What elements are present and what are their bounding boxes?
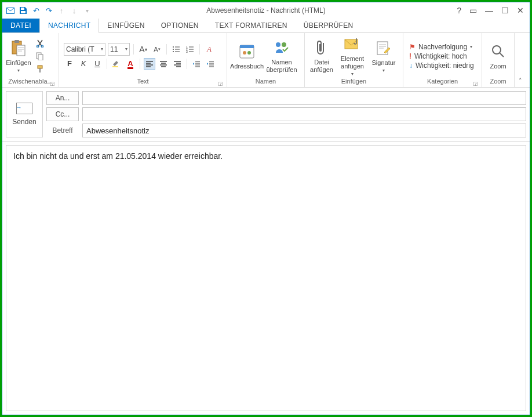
- signature-icon: [374, 39, 393, 57]
- importance-high-icon: !: [409, 52, 411, 60]
- cc-row: Cc...: [46, 107, 526, 121]
- maximize-icon[interactable]: ☐: [501, 6, 509, 15]
- addressbook-button[interactable]: Adressbuch: [229, 35, 264, 77]
- title-bar: ↶ ↷ ↑ ↓ ▾ Abwesenheitsnotiz - Nachricht …: [2, 2, 530, 19]
- underline-button[interactable]: U: [92, 58, 103, 70]
- clipboard-dialog-icon[interactable]: ◲: [50, 81, 55, 86]
- window-controls: ? ▭ — ☐ ✕: [451, 6, 530, 15]
- group-include: Datei anfügen Element anfügen ▾ Signatur…: [305, 33, 403, 87]
- cc-input[interactable]: [82, 107, 526, 121]
- addressbook-icon: [238, 42, 256, 61]
- group-tags-label: Kategorien: [427, 78, 458, 85]
- chevron-down-icon: ▾: [351, 71, 354, 77]
- high-importance-button[interactable]: ! Wichtigkeit: hoch: [409, 52, 474, 60]
- font-size-combo[interactable]: 11▾: [108, 43, 130, 56]
- to-input[interactable]: [82, 91, 526, 105]
- tab-insert[interactable]: EINFÜGEN: [99, 19, 152, 32]
- checknames-button[interactable]: Namen überprüfen: [264, 35, 299, 77]
- flag-icon: ⚑: [409, 43, 416, 51]
- envelope-icon[interactable]: [6, 6, 15, 15]
- tab-options[interactable]: OPTIONEN: [153, 19, 207, 32]
- paste-icon: [9, 39, 28, 57]
- followup-button[interactable]: ⚑ Nachverfolgung ▾: [409, 43, 474, 51]
- font-color-icon[interactable]: A: [125, 58, 136, 70]
- help-icon[interactable]: ?: [457, 6, 461, 15]
- font-family-combo[interactable]: Calibri (T▾: [64, 43, 105, 56]
- ribbon: Einfügen ▾ Zwischenabla...◲: [2, 33, 530, 88]
- group-names-label: Namen: [256, 78, 276, 85]
- tab-message[interactable]: NACHRICHT: [39, 18, 99, 33]
- group-text-label: Text: [137, 78, 148, 85]
- minimize-icon[interactable]: —: [485, 6, 493, 15]
- highlight-icon[interactable]: [111, 58, 122, 70]
- undo-icon[interactable]: ↶: [31, 6, 41, 15]
- subject-label: Betreff: [46, 126, 79, 135]
- svg-rect-10: [38, 66, 42, 68]
- numbering-icon[interactable]: 123: [184, 43, 196, 55]
- send-button[interactable]: Senden: [6, 91, 43, 137]
- message-body[interactable]: Ich bin nicht da und erst am 21.05.2014 …: [6, 145, 526, 411]
- align-left-icon[interactable]: [144, 58, 155, 70]
- align-center-icon[interactable]: [158, 58, 169, 70]
- bullets-icon[interactable]: [170, 43, 182, 55]
- collapse-ribbon-icon[interactable]: ˄: [515, 33, 526, 87]
- svg-rect-2: [21, 11, 25, 13]
- italic-button[interactable]: K: [78, 58, 89, 70]
- compose-header: Senden An... Cc... Betreff: [2, 88, 530, 142]
- svg-rect-11: [39, 68, 41, 72]
- prev-item-icon[interactable]: ↑: [57, 6, 66, 15]
- bold-button[interactable]: F: [64, 58, 75, 70]
- text-dialog-icon[interactable]: ◲: [218, 81, 223, 86]
- cut-icon[interactable]: [35, 38, 45, 49]
- attach-file-button[interactable]: Datei anfügen: [307, 35, 336, 77]
- clear-formatting-icon[interactable]: A: [203, 43, 215, 55]
- paste-button[interactable]: Einfügen ▾: [5, 35, 32, 77]
- attach-item-button[interactable]: Element anfügen ▾: [336, 35, 369, 77]
- paste-label: Einfügen: [6, 59, 31, 67]
- quick-access-toolbar: ↶ ↷ ↑ ↓ ▾: [2, 6, 95, 15]
- app-window: ↶ ↷ ↑ ↓ ▾ Abwesenheitsnotiz - Nachricht …: [2, 2, 530, 415]
- align-right-icon[interactable]: [172, 58, 183, 70]
- group-clipboard: Einfügen ▾ Zwischenabla...◲: [2, 33, 59, 87]
- next-item-icon[interactable]: ↓: [70, 6, 79, 15]
- zoom-button[interactable]: Zoom: [484, 35, 512, 77]
- close-icon[interactable]: ✕: [517, 6, 524, 15]
- high-importance-label: Wichtigkeit: hoch: [414, 52, 467, 60]
- qat-customize-icon[interactable]: ▾: [82, 6, 92, 15]
- increase-indent-icon[interactable]: [205, 58, 216, 70]
- grow-font-icon[interactable]: A▴: [137, 43, 149, 55]
- svg-rect-18: [112, 66, 118, 67]
- importance-low-icon: ↓: [409, 61, 413, 70]
- save-icon[interactable]: [19, 6, 28, 15]
- checknames-icon: [272, 38, 291, 57]
- svg-point-12: [173, 46, 174, 48]
- copy-icon[interactable]: [35, 51, 45, 61]
- tab-review[interactable]: ÜBERPRÜFEN: [296, 19, 362, 32]
- tab-format-text[interactable]: TEXT FORMATIEREN: [207, 19, 296, 32]
- subject-input[interactable]: [82, 124, 526, 137]
- attach-file-label: Datei anfügen: [307, 59, 336, 73]
- tags-dialog-icon[interactable]: ◲: [473, 81, 478, 86]
- svg-rect-1: [21, 8, 24, 10]
- shrink-font-icon[interactable]: A▾: [151, 43, 163, 55]
- svg-point-14: [173, 51, 174, 52]
- to-row: An...: [46, 91, 526, 105]
- redo-icon[interactable]: ↷: [44, 6, 53, 15]
- group-names: Adressbuch Namen überprüfen Namen: [227, 33, 305, 87]
- format-painter-icon[interactable]: [35, 64, 45, 74]
- to-button[interactable]: An...: [46, 91, 79, 105]
- paperclip-icon: [312, 38, 331, 57]
- chevron-down-icon: ▾: [382, 68, 385, 73]
- decrease-indent-icon[interactable]: [191, 58, 202, 70]
- svg-point-13: [173, 49, 174, 50]
- attach-item-label: Element anfügen: [336, 55, 369, 70]
- ribbon-display-icon[interactable]: ▭: [469, 6, 477, 15]
- tab-file[interactable]: DATEI: [2, 19, 39, 32]
- signature-button[interactable]: Signatur ▾: [369, 35, 399, 77]
- low-importance-button[interactable]: ↓ Wichtigkeit: niedrig: [409, 61, 474, 70]
- checknames-label: Namen überprüfen: [264, 59, 299, 73]
- cc-button[interactable]: Cc...: [46, 107, 79, 121]
- group-zoom: Zoom Zoom: [482, 33, 515, 87]
- low-importance-label: Wichtigkeit: niedrig: [416, 61, 474, 70]
- svg-point-27: [493, 46, 501, 54]
